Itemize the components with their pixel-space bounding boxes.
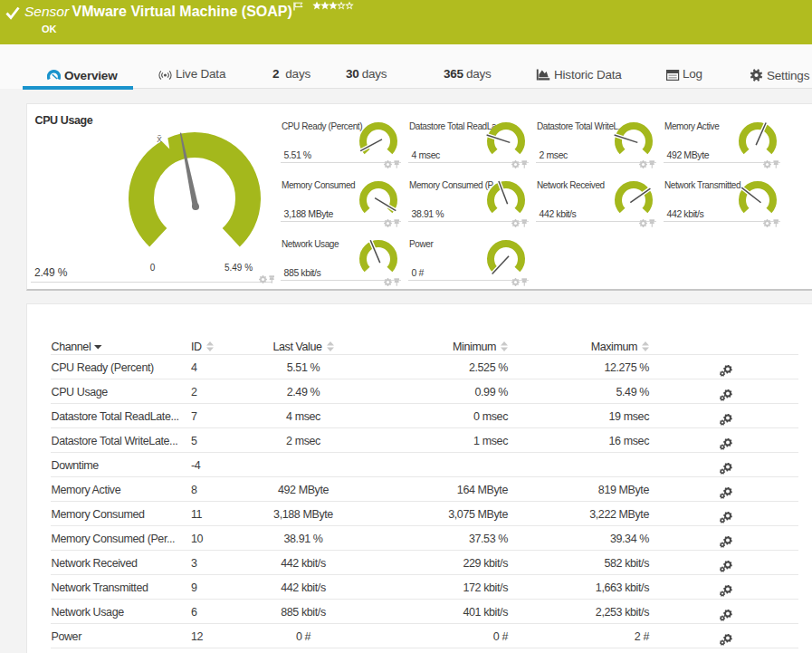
- svg-text:x̄: x̄: [157, 133, 162, 144]
